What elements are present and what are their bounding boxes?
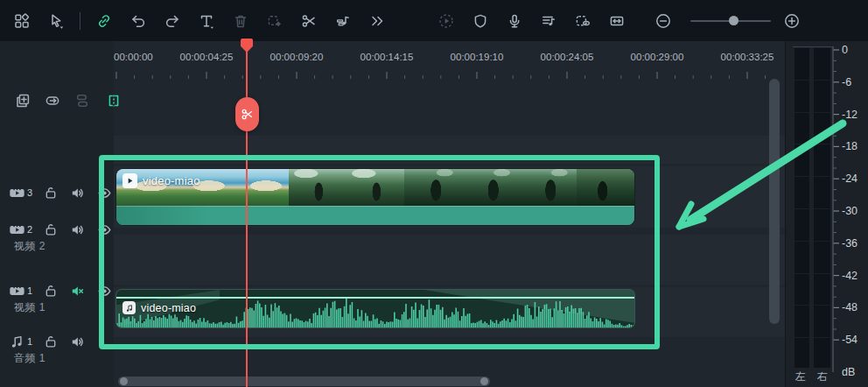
video-track-icon[interactable] [9,222,25,238]
track-row-video-1: 1 [0,280,114,301]
snapshot-icon[interactable] [572,11,593,32]
thumbnail-forest-camera [404,169,462,206]
lock-open-icon[interactable] [43,222,59,237]
eye-icon[interactable] [96,185,113,201]
link-icon[interactable] [94,11,115,32]
db-scale-label: -12 [842,109,858,121]
track-lane-3 [114,136,785,164]
trash-icon[interactable] [230,11,251,32]
scrollbar-handle-right[interactable] [480,377,488,385]
track-number: 1 [27,285,36,296]
undo-icon[interactable] [128,11,149,32]
speaker-icon[interactable] [69,334,86,350]
db-scale-label: -24 [842,172,858,185]
track-controls-panel: 3 2 视频 2 1 视频 1 1 音频 1 [0,41,114,387]
mic-icon[interactable] [504,11,525,32]
channel-label-right: 右 [817,369,828,384]
track-row-audio-1: 1 [0,331,114,352]
more-icon[interactable] [367,11,388,32]
zoom-slider-knob[interactable] [729,16,738,25]
db-scale-label: 0 [842,44,848,56]
timeline-area[interactable]: 00:00:0000:00:04:2500:00:09:2000:00:14:1… [114,41,785,387]
eye-icon[interactable] [96,222,113,238]
grid-icon[interactable] [11,11,32,32]
track-label: 视频 2 [14,239,46,254]
split-cursor-scissors[interactable] [235,97,259,131]
thumbnail-forest-camera [519,169,577,206]
db-scale-label: -54 [842,334,858,346]
speaker-muted-icon[interactable] [69,283,86,299]
speaker-icon[interactable] [69,222,86,238]
db-scale-label: -42 [842,270,858,282]
db-scale-label: -30 [842,205,858,217]
playhead-line[interactable] [246,39,248,387]
video-track-icon[interactable] [9,185,25,201]
thumbnail-forest-camera [462,169,520,206]
audio-clip-name: video-miao [141,302,196,314]
redo-icon[interactable] [162,11,183,32]
db-scale-label: -48 [842,301,858,313]
add-track-icon[interactable] [12,90,33,111]
speaker-icon[interactable] [69,185,86,201]
channel-label-left: 左 [795,369,806,384]
audio-clip[interactable]: video-miao [116,290,634,327]
thumbnail-forest-dark [577,169,634,206]
eye-icon[interactable] [96,283,113,299]
text-icon[interactable] [196,11,217,32]
zoom-out-icon[interactable] [653,11,674,32]
track-number: 2 [27,224,36,235]
toolbar [0,0,868,41]
thumbnail-forest-walk [289,169,346,206]
track-label: 视频 1 [14,300,46,315]
render-preview-icon[interactable] [436,11,457,32]
detach-icon[interactable] [264,11,285,32]
unlink-track-icon[interactable] [72,90,93,111]
video-clip-name: video-miao [143,174,200,187]
timeline-zoom-slider[interactable] [690,15,771,27]
audio-track-icon[interactable] [9,334,25,350]
db-scale-label: -6 [842,76,851,88]
cursor-icon[interactable] [46,11,66,32]
volume-meter-panel: 音量▲ 0-6-12-18-24-30-36-42-48-54 dB 左 右 [785,11,868,387]
db-scale-label: -18 [842,140,858,152]
scrollbar-handle-left[interactable] [120,377,128,385]
db-scale-ticks [786,11,868,387]
thumbnail-beach [232,169,290,206]
video-clip-label: video-miao [122,173,200,188]
thumbnail-forest-walk [346,169,404,206]
fit-width-icon[interactable] [606,11,627,32]
track-number: 3 [27,187,36,198]
vertical-scrollbar[interactable] [769,79,780,324]
track-lane-1 [114,235,785,285]
audio-clip-label: video-miao [122,301,196,314]
music-note-badge-icon [122,301,136,314]
playlist-icon[interactable] [538,11,559,32]
track-label: 音频 1 [14,351,46,366]
lock-open-icon[interactable] [43,185,59,201]
track-panel-header [0,90,124,111]
db-scale-label: -36 [842,237,858,250]
shield-icon[interactable] [470,11,491,32]
toolbar-divider [80,12,80,30]
audio-volume-envelope[interactable] [116,297,634,299]
timeline-ruler[interactable]: 00:00:0000:00:04:2500:00:09:2000:00:14:1… [114,41,785,79]
lock-open-icon[interactable] [43,334,59,349]
play-badge-icon [122,173,137,188]
music-clip-icon[interactable] [332,11,354,32]
track-row-video-2: 2 [0,219,114,240]
scissors-icon[interactable] [298,11,319,32]
zoom-in-icon[interactable] [781,11,802,32]
horizontal-scrollbar[interactable] [118,376,490,386]
track-number: 1 [27,336,36,347]
video-clip-audio-bar [116,206,634,225]
video-track-icon[interactable] [9,283,25,299]
db-unit-label: dB [842,366,855,378]
video-clip[interactable]: video-miao [116,169,634,225]
split-track-icon[interactable] [103,90,124,111]
track-row-video-3: 3 [0,182,114,203]
video-editor-app: 3 2 视频 2 1 视频 1 1 音频 1 00:00:0000:00:0 [0,0,868,387]
link-track-icon[interactable] [42,90,63,111]
lock-open-icon[interactable] [43,283,59,299]
